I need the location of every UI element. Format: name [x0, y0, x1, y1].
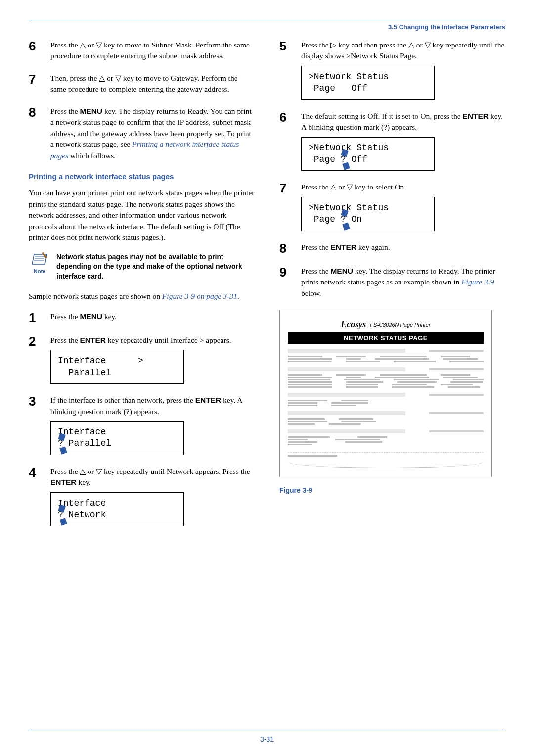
s3-a: If the interface is other than network, … — [50, 396, 195, 404]
figure-title-bar: NETWORK STATUS PAGE — [288, 332, 484, 344]
note-text: Network status pages may not be availabl… — [56, 252, 255, 282]
step8-c: which follows. — [68, 151, 116, 160]
s1-b: key. — [102, 312, 117, 321]
step-number-6b: 6 — [279, 111, 294, 171]
s9-menu: MENU — [330, 267, 353, 275]
blink-marker: ? — [341, 214, 346, 225]
step-number-7b: 7 — [279, 182, 294, 231]
s3-enter: ENTER — [195, 396, 222, 404]
step-number-1: 1 — [29, 311, 44, 324]
menu-key: MENU — [80, 107, 102, 115]
rule-top — [29, 20, 505, 20]
page-number: 3-31 — [0, 735, 534, 743]
lcd-step7: >Network Status Page ? On — [301, 197, 435, 231]
step-3-text: If the interface is other than network, … — [50, 395, 255, 455]
step-8-text: Press the MENU key. The display returns … — [50, 106, 255, 161]
s2-b: key repeatedly until Interface > appears… — [106, 336, 231, 344]
figure-section-head — [288, 349, 484, 353]
blink-marker: ? — [341, 154, 346, 165]
figure-section-head — [288, 393, 484, 397]
note-block: Note Network status pages may not be ava… — [29, 252, 255, 282]
page-header: 3.5 Changing the Interface Parameters — [29, 23, 505, 31]
step-number-3: 3 — [29, 395, 44, 455]
s9-c: below. — [301, 289, 321, 297]
s2-enter: ENTER — [80, 336, 106, 344]
step-number-8b: 8 — [279, 242, 294, 255]
step-4-text: Press the △ or ▽ key repeatedly until Ne… — [50, 466, 255, 526]
s8-b: key again. — [356, 243, 390, 251]
s4-enter: ENTER — [50, 478, 77, 486]
lcd-step6: >Network Status Page ? Off — [301, 137, 435, 171]
s7: Press the △ or ▽ key to select On. — [301, 183, 406, 191]
s9-link: Figure 3-9 — [461, 278, 494, 286]
note-icon: Note — [29, 252, 50, 282]
lcd7-line2b: On — [346, 214, 362, 224]
figure-section-head — [288, 367, 484, 371]
figure-logo: Ecosys — [341, 319, 366, 330]
step-number-6: 6 — [29, 40, 44, 62]
s4-a: Press the △ or ▽ key repeatedly until Ne… — [50, 467, 250, 475]
note-label: Note — [29, 268, 50, 274]
step-number-9: 9 — [279, 266, 294, 299]
s8-enter: ENTER — [330, 243, 356, 251]
step8-a: Press the — [50, 107, 80, 115]
sample-a: Sample network status pages are shown on — [29, 292, 162, 300]
rule-bottom — [29, 730, 505, 730]
step-number-5: 5 — [279, 40, 294, 100]
s1-a: Press the — [50, 312, 80, 321]
sample-b: . — [237, 292, 239, 300]
lcd4-line2: Network — [63, 510, 106, 520]
blink-marker: ? — [58, 438, 63, 449]
section-heading: Printing a network interface status page… — [29, 172, 255, 181]
lcd-step2: Interface > Parallel — [50, 350, 184, 384]
lcd6-line2a: Page — [309, 154, 341, 164]
figure-wrapper: Ecosys FS-C8026N Page Printer NETWORK ST… — [279, 310, 505, 494]
s8-a: Press the — [301, 243, 330, 251]
lcd3-line2: Parallel — [63, 438, 111, 448]
step-5-text: Press the ▷ key and then press the △ or … — [301, 40, 505, 100]
step-number-8: 8 — [29, 106, 44, 161]
sample-paragraph: Sample network status pages are shown on… — [29, 291, 255, 302]
s9-a: Press the — [301, 267, 330, 275]
lcd-step4: Interface ? Network — [50, 492, 184, 526]
figure-divider — [288, 452, 484, 453]
step-6-text: Press the △ or ▽ key to move to Subnet M… — [50, 40, 255, 62]
intro-paragraph: You can have your printer print out netw… — [29, 188, 255, 243]
step-6b-text: The default setting is Off. If it is set… — [301, 111, 505, 171]
step-number-4: 4 — [29, 466, 44, 526]
step-7b-text: Press the △ or ▽ key to select On. >Netw… — [301, 182, 505, 231]
lcd-step3: Interface ? Parallel — [50, 421, 184, 455]
left-column: 6 Press the △ or ▽ key to move to Subnet… — [29, 40, 255, 537]
figure-footer-curve — [288, 461, 484, 468]
lcd6-line1: >Network Status — [309, 143, 389, 153]
step-9-text: Press the MENU key. The display returns … — [301, 266, 505, 299]
lcd6-line2b: Off — [346, 154, 367, 164]
right-column: 5 Press the ▷ key and then press the △ o… — [279, 40, 505, 537]
step-2-text: Press the ENTER key repeatedly until Int… — [50, 335, 255, 384]
figure-section-head — [288, 429, 484, 433]
sample-link: Figure 3-9 on page 3-31 — [162, 292, 237, 300]
s2-a: Press the — [50, 336, 80, 344]
step-number-2: 2 — [29, 335, 44, 384]
step-1-text: Press the MENU key. — [50, 311, 255, 324]
figure-section-head — [288, 411, 484, 415]
s6-enter: ENTER — [462, 112, 489, 120]
s5-a: Press the ▷ key and then press the △ or … — [301, 41, 504, 60]
step-8b-text: Press the ENTER key again. — [301, 242, 505, 255]
step-7-text: Then, press the △ or ▽ key to move to Ga… — [50, 73, 255, 95]
blink-marker: ? — [58, 509, 63, 520]
lcd7-line1: >Network Status — [309, 203, 389, 213]
s4-b: key. — [77, 478, 91, 486]
s6-a: The default setting is Off. If it is set… — [301, 112, 462, 120]
lcd7-line2a: Page — [309, 214, 341, 224]
lcd-step5: >Network Status Page Off — [301, 66, 435, 100]
figure-panel: Ecosys FS-C8026N Page Printer NETWORK ST… — [279, 310, 492, 477]
figure-subtitle: FS-C8026N Page Printer — [370, 322, 430, 328]
figure-caption: Figure 3-9 — [279, 486, 505, 494]
s1-menu: MENU — [80, 312, 102, 321]
step-number-7: 7 — [29, 73, 44, 95]
